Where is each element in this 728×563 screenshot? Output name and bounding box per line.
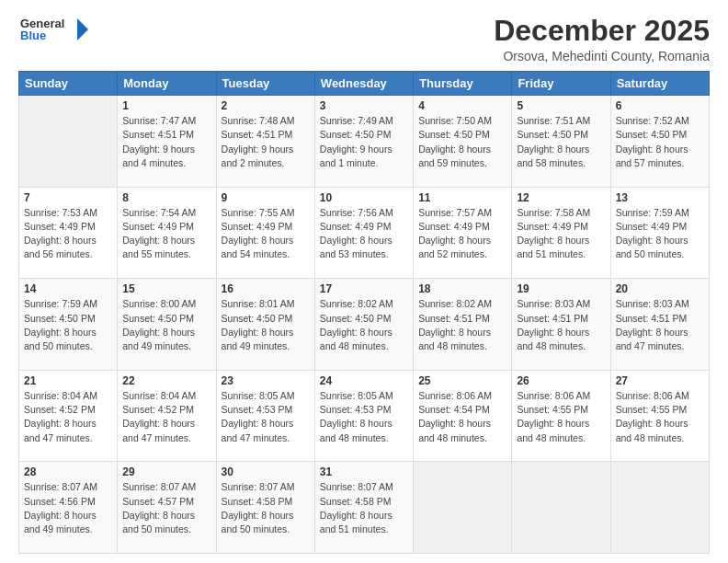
day-number: 13	[616, 191, 704, 204]
col-friday: Friday	[512, 72, 610, 96]
table-row	[19, 96, 118, 188]
day-number: 27	[616, 374, 704, 387]
title-block: December 2025 Orsova, Mehedinti County, …	[494, 15, 710, 63]
logo: General Blue	[18, 15, 94, 48]
day-number: 10	[320, 191, 408, 204]
table-row: 18Sunrise: 8:02 AMSunset: 4:51 PMDayligh…	[414, 279, 512, 371]
day-number: 11	[418, 191, 506, 204]
col-saturday: Saturday	[610, 72, 709, 96]
day-info: Sunrise: 8:03 AMSunset: 4:51 PMDaylight:…	[616, 297, 704, 353]
col-thursday: Thursday	[414, 72, 512, 96]
day-info: Sunrise: 7:54 AMSunset: 4:49 PMDaylight:…	[122, 206, 210, 262]
table-row: 1Sunrise: 7:47 AMSunset: 4:51 PMDaylight…	[118, 96, 216, 188]
table-row: 27Sunrise: 8:06 AMSunset: 4:55 PMDayligh…	[610, 370, 709, 462]
day-info: Sunrise: 8:06 AMSunset: 4:55 PMDaylight:…	[616, 389, 704, 445]
table-row: 5Sunrise: 7:51 AMSunset: 4:50 PMDaylight…	[512, 96, 610, 188]
week-row-4: 21Sunrise: 8:04 AMSunset: 4:52 PMDayligh…	[19, 370, 710, 462]
table-row: 26Sunrise: 8:06 AMSunset: 4:55 PMDayligh…	[512, 370, 610, 462]
day-info: Sunrise: 8:07 AMSunset: 4:58 PMDaylight:…	[320, 480, 408, 536]
table-row: 15Sunrise: 8:00 AMSunset: 4:50 PMDayligh…	[118, 279, 216, 371]
day-info: Sunrise: 8:02 AMSunset: 4:50 PMDaylight:…	[320, 297, 408, 353]
day-info: Sunrise: 8:07 AMSunset: 4:57 PMDaylight:…	[122, 480, 210, 536]
week-row-5: 28Sunrise: 8:07 AMSunset: 4:56 PMDayligh…	[19, 462, 710, 554]
day-number: 20	[616, 282, 704, 295]
day-info: Sunrise: 7:47 AMSunset: 4:51 PMDaylight:…	[122, 114, 210, 170]
table-row: 20Sunrise: 8:03 AMSunset: 4:51 PMDayligh…	[610, 279, 709, 371]
table-row: 11Sunrise: 7:57 AMSunset: 4:49 PMDayligh…	[414, 187, 512, 279]
day-info: Sunrise: 8:01 AMSunset: 4:50 PMDaylight:…	[222, 297, 310, 353]
day-info: Sunrise: 8:03 AMSunset: 4:51 PMDaylight:…	[517, 297, 605, 353]
day-number: 6	[616, 99, 704, 112]
day-info: Sunrise: 8:05 AMSunset: 4:53 PMDaylight:…	[320, 389, 408, 445]
day-number: 15	[122, 282, 210, 295]
day-number: 18	[418, 282, 506, 295]
table-row: 23Sunrise: 8:05 AMSunset: 4:53 PMDayligh…	[216, 370, 314, 462]
table-row: 21Sunrise: 8:04 AMSunset: 4:52 PMDayligh…	[19, 370, 118, 462]
table-row: 10Sunrise: 7:56 AMSunset: 4:49 PMDayligh…	[314, 187, 413, 279]
day-number: 8	[122, 191, 210, 204]
day-info: Sunrise: 8:05 AMSunset: 4:53 PMDaylight:…	[222, 389, 310, 445]
table-row: 6Sunrise: 7:52 AMSunset: 4:50 PMDaylight…	[610, 96, 709, 188]
table-row: 30Sunrise: 8:07 AMSunset: 4:58 PMDayligh…	[216, 462, 314, 554]
svg-text:Blue: Blue	[20, 29, 46, 42]
day-number: 21	[24, 374, 112, 387]
calendar-title: December 2025	[494, 15, 710, 47]
table-row: 22Sunrise: 8:04 AMSunset: 4:52 PMDayligh…	[118, 370, 216, 462]
calendar-table: Sunday Monday Tuesday Wednesday Thursday…	[18, 71, 710, 554]
day-number: 22	[122, 374, 210, 387]
day-number: 17	[320, 282, 408, 295]
table-row: 28Sunrise: 8:07 AMSunset: 4:56 PMDayligh…	[19, 462, 118, 554]
col-sunday: Sunday	[19, 72, 118, 96]
svg-marker-2	[77, 18, 88, 40]
day-info: Sunrise: 8:07 AMSunset: 4:58 PMDaylight:…	[222, 480, 310, 536]
table-row: 3Sunrise: 7:49 AMSunset: 4:50 PMDaylight…	[314, 96, 413, 188]
day-info: Sunrise: 8:06 AMSunset: 4:55 PMDaylight:…	[517, 389, 605, 445]
day-info: Sunrise: 8:00 AMSunset: 4:50 PMDaylight:…	[122, 297, 210, 353]
col-monday: Monday	[118, 72, 216, 96]
day-number: 26	[517, 374, 605, 387]
table-row: 17Sunrise: 8:02 AMSunset: 4:50 PMDayligh…	[314, 279, 413, 371]
day-info: Sunrise: 7:57 AMSunset: 4:49 PMDaylight:…	[418, 206, 506, 262]
table-row: 29Sunrise: 8:07 AMSunset: 4:57 PMDayligh…	[118, 462, 216, 554]
day-number: 3	[320, 99, 408, 112]
day-info: Sunrise: 8:06 AMSunset: 4:54 PMDaylight:…	[418, 389, 506, 445]
day-number: 28	[24, 465, 112, 478]
day-number: 7	[24, 191, 112, 204]
day-number: 16	[222, 282, 310, 295]
week-row-1: 1Sunrise: 7:47 AMSunset: 4:51 PMDaylight…	[19, 96, 710, 188]
day-number: 1	[122, 99, 210, 112]
week-row-3: 14Sunrise: 7:59 AMSunset: 4:50 PMDayligh…	[19, 279, 710, 371]
table-row: 14Sunrise: 7:59 AMSunset: 4:50 PMDayligh…	[19, 279, 118, 371]
table-row: 12Sunrise: 7:58 AMSunset: 4:49 PMDayligh…	[512, 187, 610, 279]
day-number: 25	[418, 374, 506, 387]
day-number: 29	[122, 465, 210, 478]
day-number: 24	[320, 374, 408, 387]
week-row-2: 7Sunrise: 7:53 AMSunset: 4:49 PMDaylight…	[19, 187, 710, 279]
col-tuesday: Tuesday	[216, 72, 314, 96]
day-info: Sunrise: 8:04 AMSunset: 4:52 PMDaylight:…	[24, 389, 112, 445]
day-number: 19	[517, 282, 605, 295]
table-row: 8Sunrise: 7:54 AMSunset: 4:49 PMDaylight…	[118, 187, 216, 279]
table-row: 13Sunrise: 7:59 AMSunset: 4:49 PMDayligh…	[610, 187, 709, 279]
header-row: Sunday Monday Tuesday Wednesday Thursday…	[19, 72, 710, 96]
day-number: 4	[418, 99, 506, 112]
day-info: Sunrise: 7:56 AMSunset: 4:49 PMDaylight:…	[320, 206, 408, 262]
table-row: 7Sunrise: 7:53 AMSunset: 4:49 PMDaylight…	[19, 187, 118, 279]
day-info: Sunrise: 7:59 AMSunset: 4:49 PMDaylight:…	[616, 206, 704, 262]
day-info: Sunrise: 7:50 AMSunset: 4:50 PMDaylight:…	[418, 114, 506, 170]
day-info: Sunrise: 8:04 AMSunset: 4:52 PMDaylight:…	[122, 389, 210, 445]
calendar-subtitle: Orsova, Mehedinti County, Romania	[494, 49, 710, 63]
day-info: Sunrise: 8:07 AMSunset: 4:56 PMDaylight:…	[24, 480, 112, 536]
table-row: 25Sunrise: 8:06 AMSunset: 4:54 PMDayligh…	[414, 370, 512, 462]
table-row	[512, 462, 610, 554]
day-info: Sunrise: 7:52 AMSunset: 4:50 PMDaylight:…	[616, 114, 704, 170]
day-number: 9	[222, 191, 310, 204]
table-row: 19Sunrise: 8:03 AMSunset: 4:51 PMDayligh…	[512, 279, 610, 371]
day-info: Sunrise: 7:51 AMSunset: 4:50 PMDaylight:…	[517, 114, 605, 170]
day-number: 12	[517, 191, 605, 204]
table-row: 16Sunrise: 8:01 AMSunset: 4:50 PMDayligh…	[216, 279, 314, 371]
logo-icon: General Blue	[20, 15, 94, 44]
day-number: 2	[222, 99, 310, 112]
day-number: 5	[517, 99, 605, 112]
day-info: Sunrise: 7:48 AMSunset: 4:51 PMDaylight:…	[222, 114, 310, 170]
